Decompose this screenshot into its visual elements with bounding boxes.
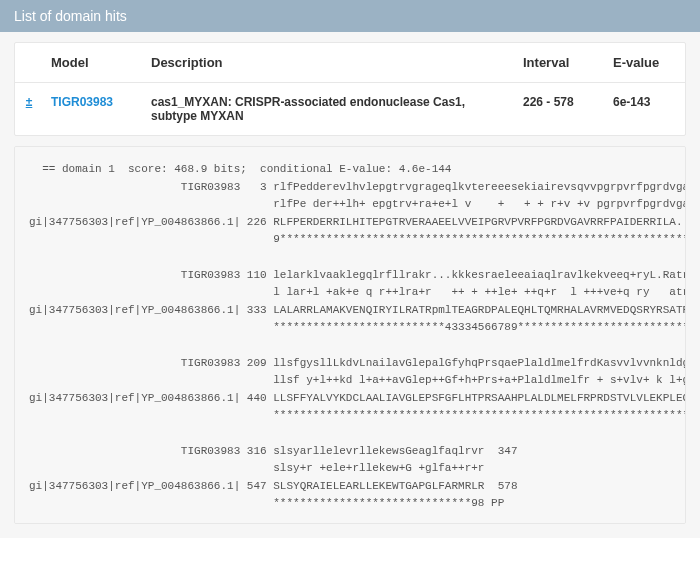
panel-body: Model Description Interval E-value ± TIG… <box>0 32 700 538</box>
evalue-cell: 6e-143 <box>605 83 685 136</box>
col-interval-header: Interval <box>515 43 605 83</box>
hits-header-row: Model Description Interval E-value <box>15 43 685 83</box>
col-toggle-header <box>15 43 43 83</box>
toggle-cell: ± <box>15 83 43 136</box>
alignment-container[interactable]: == domain 1 score: 468.9 bits; condition… <box>14 146 686 524</box>
model-link[interactable]: TIGR03983 <box>51 95 113 109</box>
col-model-header: Model <box>43 43 143 83</box>
col-evalue-header: E-value <box>605 43 685 83</box>
model-cell: TIGR03983 <box>43 83 143 136</box>
interval-cell: 226 - 578 <box>515 83 605 136</box>
panel-title: List of domain hits <box>14 8 127 24</box>
alignment-text: == domain 1 score: 468.9 bits; condition… <box>29 161 675 513</box>
panel-header: List of domain hits <box>0 0 700 32</box>
domain-hits-panel: List of domain hits Model Description In… <box>0 0 700 538</box>
expand-toggle[interactable]: ± <box>26 95 33 109</box>
description-cell: cas1_MYXAN: CRISPR-associated endonuclea… <box>143 83 515 136</box>
col-description-header: Description <box>143 43 515 83</box>
table-row: ± TIGR03983 cas1_MYXAN: CRISPR-associate… <box>15 83 685 136</box>
hits-table-container: Model Description Interval E-value ± TIG… <box>14 42 686 136</box>
hits-table: Model Description Interval E-value ± TIG… <box>15 43 685 135</box>
